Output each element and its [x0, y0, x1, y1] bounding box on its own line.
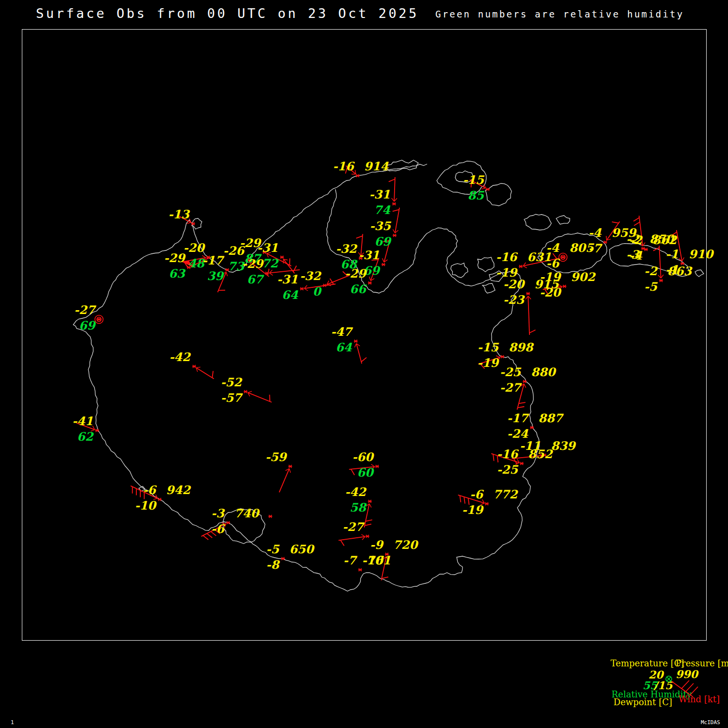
legend-symbols	[0, 0, 728, 728]
surface-obs-map: Surface Obs from 00 UTC on 23 Oct 2025 G…	[0, 0, 728, 728]
page-number: 1	[11, 719, 14, 726]
legend-station-symbol-icon	[666, 676, 672, 682]
mcidas-credit: McIDAS	[701, 719, 720, 726]
legend-wind-barb-icon	[672, 680, 698, 697]
